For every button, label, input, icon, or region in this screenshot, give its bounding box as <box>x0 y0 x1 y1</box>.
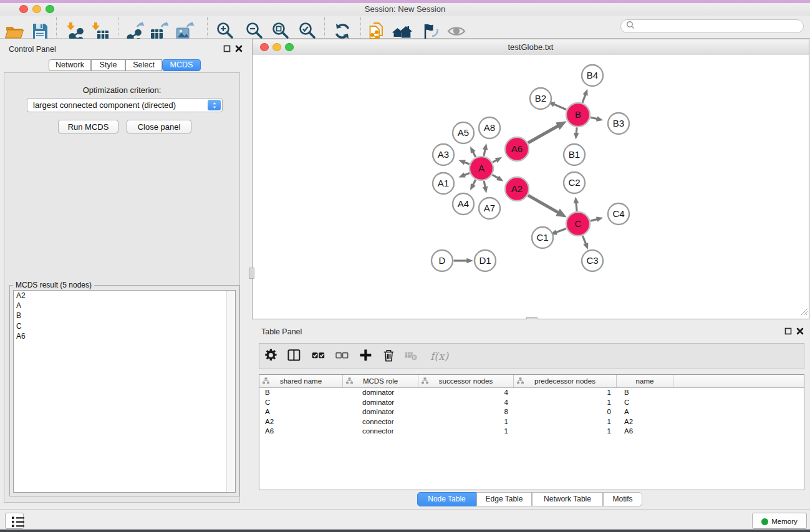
graph-node-C[interactable]: C <box>566 212 590 236</box>
select-all-rows-button[interactable] <box>310 347 329 365</box>
graph-node-A6[interactable]: A6 <box>505 137 529 161</box>
column-header-label: successor nodes <box>439 377 493 385</box>
memory-status-icon <box>761 518 768 525</box>
graph-node-D[interactable]: D <box>432 250 453 271</box>
graph-node-A5[interactable]: A5 <box>453 122 474 143</box>
result-scrollbar[interactable] <box>226 291 235 492</box>
svg-text:B2: B2 <box>535 93 546 104</box>
column-header-shared-name[interactable]: shared name <box>259 375 343 387</box>
mcds-result-item[interactable]: C <box>14 321 235 331</box>
mcds-result-item[interactable]: A <box>14 301 235 311</box>
graph-node-B2[interactable]: B2 <box>530 88 551 109</box>
memory-button[interactable]: Memory <box>752 513 807 529</box>
graph-edge-A-A6 <box>493 157 502 163</box>
memory-label: Memory <box>771 518 798 525</box>
table-row[interactable]: A6connector11A6 <box>259 427 804 437</box>
svg-text:C3: C3 <box>586 255 598 266</box>
graph-node-C1[interactable]: C1 <box>532 227 553 248</box>
show-columns-button[interactable] <box>286 347 304 365</box>
graph-node-C2[interactable]: C2 <box>564 172 585 193</box>
column-header-name[interactable]: name <box>617 375 673 387</box>
table-row[interactable]: Bdominator41B <box>259 388 804 398</box>
tab-edge-table[interactable]: Edge Table <box>476 492 532 506</box>
float-panel-button[interactable] <box>223 45 231 54</box>
column-header-predecessor-nodes[interactable]: predecessor nodes <box>514 375 617 387</box>
graph-node-A3[interactable]: A3 <box>433 144 454 165</box>
mcds-result-item[interactable]: B <box>14 311 235 321</box>
split-columns-icon <box>287 357 303 366</box>
node-table: shared name MCDS role successor nodes pr… <box>259 374 804 490</box>
tab-select[interactable]: Select <box>125 59 162 71</box>
table-cell: 8 <box>418 407 514 417</box>
tree-icon <box>422 377 428 385</box>
svg-text:A6: A6 <box>511 143 523 154</box>
graph-node-B[interactable]: B <box>566 103 590 127</box>
float-panel-button[interactable] <box>784 327 793 336</box>
graph-node-A8[interactable]: A8 <box>479 117 500 138</box>
graph-node-D1[interactable]: D1 <box>475 250 496 271</box>
deselect-all-icon <box>335 357 351 366</box>
mcds-result-item[interactable]: A2 <box>14 291 235 301</box>
status-bar: Memory <box>0 509 810 530</box>
graph-edge-C-C2 <box>574 196 579 211</box>
splitter-handle[interactable] <box>249 268 254 279</box>
svg-text:B: B <box>575 109 581 120</box>
delete-columns-button[interactable] <box>380 347 399 365</box>
graph-edge-D-D1 <box>454 258 474 264</box>
graph-node-B4[interactable]: B4 <box>582 65 603 86</box>
create-column-button[interactable] <box>357 347 376 365</box>
run-mcds-button[interactable]: Run MCDS <box>58 120 118 133</box>
table-cell: 0 <box>514 407 617 417</box>
graph-node-B3[interactable]: B3 <box>608 113 629 134</box>
table-row[interactable]: Cdominator41C <box>259 398 804 408</box>
table-options-button[interactable] <box>263 347 281 365</box>
app-titlebar[interactable]: Session: New Session <box>0 3 810 16</box>
svg-text:A4: A4 <box>458 198 469 209</box>
table-cell: 1 <box>514 417 617 427</box>
graph-edge-B-B3 <box>591 116 603 122</box>
table-row[interactable]: Adominator80A <box>259 407 804 417</box>
tab-style[interactable]: Style <box>91 59 125 71</box>
svg-text:B4: B4 <box>587 70 598 80</box>
graph-node-B1[interactable]: B1 <box>564 144 585 165</box>
tab-motifs[interactable]: Motifs <box>603 492 642 506</box>
column-header-successor-nodes[interactable]: successor nodes <box>418 375 514 387</box>
tab-mcds[interactable]: MCDS <box>162 59 201 71</box>
mcds-result-item[interactable]: A6 <box>14 331 235 341</box>
tab-network[interactable]: Network <box>49 59 91 71</box>
search-box[interactable] <box>620 19 804 33</box>
svg-text:A5: A5 <box>458 127 469 138</box>
graph-node-A[interactable]: A <box>470 157 493 180</box>
search-input[interactable] <box>637 21 803 32</box>
graph-node-A7[interactable]: A7 <box>479 198 500 219</box>
table-cell: A6 <box>617 427 673 437</box>
close-panel-button[interactable] <box>796 327 804 336</box>
graph-node-C4[interactable]: C4 <box>608 203 629 225</box>
function-builder-button[interactable]: f(x) <box>429 347 448 365</box>
svg-text:A1: A1 <box>438 178 449 188</box>
optimization-criterion-select[interactable]: largest connected component (directed) <box>27 98 223 112</box>
deselect-all-rows-button[interactable] <box>334 347 352 365</box>
search-icon <box>626 21 635 32</box>
table-cell: 1 <box>514 398 617 408</box>
tab-node-table[interactable]: Node Table <box>417 492 476 506</box>
close-panel-button[interactable] <box>234 45 243 54</box>
table-cell: 1 <box>514 427 617 437</box>
network-window-titlebar[interactable]: testGlobe.txt <box>253 39 809 56</box>
delete-table-button[interactable] <box>403 347 422 365</box>
graph-node-A1[interactable]: A1 <box>433 173 454 194</box>
close-mcds-panel-button[interactable]: Close panel <box>127 120 191 133</box>
graph-node-A2[interactable]: A2 <box>505 177 529 201</box>
task-history-button[interactable] <box>5 513 24 529</box>
resize-grip[interactable] <box>799 307 808 318</box>
graph-node-C3[interactable]: C3 <box>582 250 603 271</box>
column-header-MCDS-role[interactable]: MCDS role <box>343 375 418 387</box>
network-canvas[interactable]: B4 B2 B B3 B1 A5 A8 A3 A6 A A1 A2 C2 <box>253 55 809 319</box>
tab-network-table[interactable]: Network Table <box>532 492 603 506</box>
mcds-result-list[interactable]: A2ABCA6 <box>13 290 236 493</box>
table-cell: connector <box>343 417 418 427</box>
graph-node-A4[interactable]: A4 <box>453 193 474 215</box>
table-cell: dominator <box>343 388 418 398</box>
table-row[interactable]: A2connector11A2 <box>259 417 804 427</box>
toolbar-separator <box>207 17 208 37</box>
